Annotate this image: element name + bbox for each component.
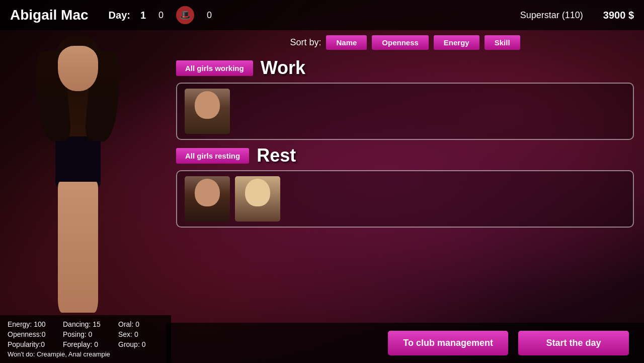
day-label: Day: — [109, 10, 130, 21]
stats-row-2: Openness:0 Posing: 0 Sex: 0 — [8, 330, 164, 338]
woman-figure — [10, 36, 146, 323]
action-bar: To club management Start the day — [166, 323, 644, 363]
girl-face-2 — [185, 176, 230, 222]
oral-stat: Oral: 0 — [118, 320, 164, 328]
list-item[interactable] — [235, 176, 280, 222]
work-title: Work — [261, 57, 305, 79]
sort-skill-button[interactable]: Skill — [485, 35, 520, 50]
legs — [58, 182, 98, 313]
player-icon: 🎩 — [176, 6, 194, 24]
work-girls-container — [176, 83, 634, 140]
all-girls-resting-button[interactable]: All girls resting — [176, 148, 249, 164]
rest-title: Rest — [257, 145, 296, 166]
face-head — [195, 91, 220, 119]
sort-name-button[interactable]: Name — [326, 35, 367, 50]
stats-panel: Energy: 100 Dancing: 15 Oral: 0 Openness… — [0, 315, 171, 363]
counter-left: 0 — [158, 10, 164, 21]
main-content: Sort by: Name Openness Energy Skill All … — [166, 30, 644, 323]
stats-row-1: Energy: 100 Dancing: 15 Oral: 0 — [8, 320, 164, 328]
rest-section: All girls resting Rest — [176, 145, 634, 228]
energy-stat: Energy: 100 — [8, 320, 53, 328]
character-portrait — [0, 30, 161, 363]
face — [58, 46, 98, 91]
wont-do-text: Won't do: Creampie, Anal creampie — [8, 350, 164, 358]
money-display: 3900 $ — [603, 10, 634, 21]
list-item[interactable] — [185, 89, 230, 134]
counter-right: 0 — [207, 10, 212, 21]
header-bar: Abigail Mac Day: 1 0 🎩 0 Superstar (110)… — [0, 0, 644, 30]
character-name: Abigail Mac — [10, 7, 89, 23]
popularity-stat: Popularity:0 — [8, 340, 53, 348]
club-management-button[interactable]: To club management — [388, 331, 508, 355]
rest-girls-container — [176, 170, 634, 228]
list-item[interactable] — [185, 176, 230, 222]
girl-face-1 — [185, 89, 230, 134]
foreplay-stat: Foreplay: 0 — [63, 340, 108, 348]
stats-row-3: Popularity:0 Foreplay: 0 Group: 0 — [8, 340, 164, 348]
day-value: 1 — [140, 10, 146, 21]
group-stat: Group: 0 — [118, 340, 164, 348]
work-section-header: All girls working Work — [176, 57, 634, 79]
posing-stat: Posing: 0 — [63, 330, 108, 338]
sex-stat: Sex: 0 — [118, 330, 164, 338]
sort-bar: Sort by: Name Openness Energy Skill — [176, 35, 634, 50]
all-girls-working-button[interactable]: All girls working — [176, 60, 253, 76]
openness-stat: Openness:0 — [8, 330, 53, 338]
sort-openness-button[interactable]: Openness — [372, 35, 429, 50]
dancing-stat: Dancing: 15 — [63, 320, 108, 328]
sort-label: Sort by: — [290, 37, 321, 48]
face-head — [195, 179, 220, 206]
rest-section-header: All girls resting Rest — [176, 145, 634, 166]
girl-face-3 — [235, 176, 280, 222]
sort-energy-button[interactable]: Energy — [434, 35, 479, 50]
face-head — [245, 179, 270, 206]
work-section: All girls working Work — [176, 57, 634, 140]
start-day-button[interactable]: Start the day — [518, 331, 629, 355]
rank-label: Superstar (110) — [520, 10, 583, 21]
